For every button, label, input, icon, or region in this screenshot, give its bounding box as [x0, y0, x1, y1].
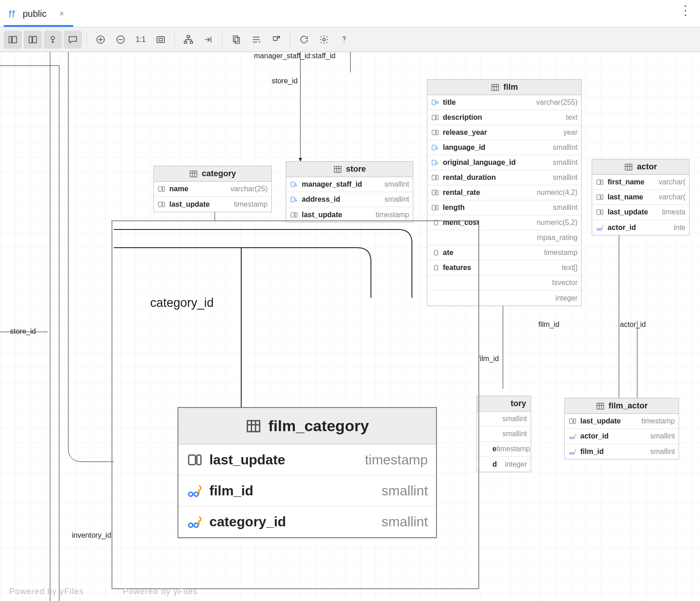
column-row[interactable]: mpaa_rating	[427, 230, 581, 245]
pk-icon	[596, 224, 604, 232]
svg-rect-0	[9, 36, 12, 43]
svg-rect-45	[625, 164, 632, 170]
column-name: features	[443, 264, 471, 272]
column-name: film_id	[580, 448, 604, 456]
column-row[interactable]: actor_idinte	[592, 220, 689, 235]
column-row[interactable]: atetimestamp	[427, 245, 581, 260]
layout-mode-a-button[interactable]	[4, 31, 22, 49]
table-category-rows: namevarchar(25)last_updatetimestamp	[154, 182, 271, 212]
copy-button[interactable]	[227, 31, 245, 49]
column-row[interactable]: last_updatetimestamp	[154, 197, 271, 212]
column-row[interactable]: release_yearyear	[427, 125, 581, 140]
column-row[interactable]: manager_staff_idsmallint	[286, 177, 413, 192]
table-film-category[interactable]: film_category last_updatetimestampfilm_i…	[178, 407, 437, 538]
svg-rect-3	[29, 36, 32, 43]
column-row[interactable]: integer	[427, 290, 581, 306]
table-store[interactable]: store manager_staff_idsmallintaddress_id…	[286, 161, 413, 223]
svg-rect-1	[12, 36, 16, 43]
zoom-out-button[interactable]	[112, 31, 130, 49]
auto-layout-button[interactable]	[179, 31, 198, 49]
refresh-button[interactable]	[295, 31, 313, 49]
table-inventory-header: tory	[477, 396, 531, 412]
column-row[interactable]: smallint	[477, 412, 531, 427]
column-row[interactable]: actor_idsmallint	[565, 429, 679, 444]
collapse-button[interactable]	[199, 31, 218, 49]
column-row[interactable]: film_idsmallint	[565, 444, 679, 459]
svg-rect-21	[162, 202, 165, 207]
column-type: varchar(	[659, 178, 685, 186]
svg-rect-44	[435, 265, 438, 270]
table-inventory[interactable]: tory smallintsmallintetimestampdinteger	[477, 396, 531, 472]
table-film-actor[interactable]: film_actor last_updatetimestampactor_ids…	[564, 398, 679, 459]
column-row[interactable]: first_namevarchar(	[592, 175, 689, 190]
column-row[interactable]: descriptiontext	[427, 110, 581, 125]
svg-rect-51	[601, 210, 603, 215]
column-type: integer	[555, 294, 578, 302]
none-icon	[431, 234, 439, 242]
column-type: mpaa_rating	[537, 234, 578, 242]
column-row[interactable]: last_namevarchar(	[592, 190, 689, 205]
svg-rect-30	[432, 115, 436, 120]
settings-button[interactable]	[315, 31, 333, 49]
table-film-category-header: film_category	[178, 408, 436, 444]
svg-rect-39	[436, 190, 438, 195]
overflow-menu-icon[interactable]: ⋮	[679, 6, 692, 15]
col-icon	[157, 185, 166, 193]
column-row[interactable]: address_idsmallint	[286, 192, 413, 207]
svg-rect-8	[157, 36, 165, 42]
column-row[interactable]: featurestext[]	[427, 260, 581, 275]
column-name: first_name	[608, 178, 644, 186]
column-row[interactable]: dinteger	[477, 457, 531, 472]
layout-mode-b-button[interactable]	[24, 31, 42, 49]
tab-public[interactable]: public ×	[4, 4, 73, 27]
column-type: smallint	[553, 173, 578, 182]
column-row[interactable]: namevarchar(25)	[154, 182, 271, 197]
column-row[interactable]: tsvector	[427, 275, 581, 290]
export-button[interactable]	[267, 31, 285, 49]
column-row[interactable]: rental_durationsmallint	[427, 170, 581, 185]
column-row[interactable]: lengthsmallint	[427, 200, 581, 215]
svg-rect-56	[573, 419, 576, 424]
table-category[interactable]: category namevarchar(25)last_updatetimes…	[153, 166, 272, 212]
column-row[interactable]: smallint	[477, 427, 531, 442]
col-icon	[568, 417, 577, 425]
table-icon	[333, 165, 342, 174]
help-button[interactable]	[335, 31, 353, 49]
column-type: smallint	[385, 195, 409, 204]
column-row[interactable]: category_idsmallint	[178, 506, 436, 537]
table-actor[interactable]: actor first_namevarchar(last_namevarchar…	[592, 159, 690, 235]
col-cut-icon	[431, 264, 439, 272]
column-row[interactable]: last_updatetimestamp	[178, 444, 436, 475]
table-store-header: store	[286, 162, 413, 177]
column-row[interactable]: etimestamp	[477, 442, 531, 457]
zoom-in-button[interactable]	[91, 31, 110, 49]
column-row[interactable]: last_updatetimesta	[592, 205, 689, 220]
tab-close-button[interactable]: ×	[56, 8, 67, 20]
comment-toggle-button[interactable]	[64, 31, 82, 49]
fit-view-button[interactable]	[152, 31, 170, 49]
column-row[interactable]: original_language_idsmallint	[427, 155, 581, 170]
column-row[interactable]: film_idsmallint	[178, 475, 436, 506]
diagram-canvas[interactable]: manager_staff_id:staff_id store_id store…	[0, 52, 700, 601]
column-row[interactable]: language_idsmallint	[427, 140, 581, 155]
column-row[interactable]: titlevarchar(255)	[427, 95, 581, 110]
column-row[interactable]: last_updatetimestamp	[286, 207, 413, 222]
table-film-category-rows: last_updatetimestampfilm_idsmallintcateg…	[178, 444, 436, 537]
svg-rect-10	[187, 35, 190, 37]
column-type: smallint	[502, 415, 527, 423]
column-row[interactable]: rental_ratenumeric(4,2)	[427, 185, 581, 200]
zoom-actual-button[interactable]: 1:1	[132, 31, 150, 49]
list-button[interactable]	[247, 31, 265, 49]
column-name: language_id	[443, 143, 485, 152]
table-category-header: category	[154, 166, 271, 182]
column-type: varchar(255)	[536, 98, 578, 107]
key-toggle-button[interactable]	[44, 31, 62, 49]
svg-rect-36	[432, 175, 436, 180]
column-row[interactable]: last_updatetimestamp	[565, 414, 679, 429]
column-type: smallint	[553, 143, 578, 152]
svg-rect-41	[436, 205, 438, 210]
column-type: smallint	[385, 180, 409, 188]
column-row[interactable]: ment_costnumeric(5,2)	[427, 215, 581, 230]
svg-rect-50	[597, 210, 600, 215]
table-film[interactable]: film titlevarchar(255)descriptiontextrel…	[427, 79, 582, 306]
